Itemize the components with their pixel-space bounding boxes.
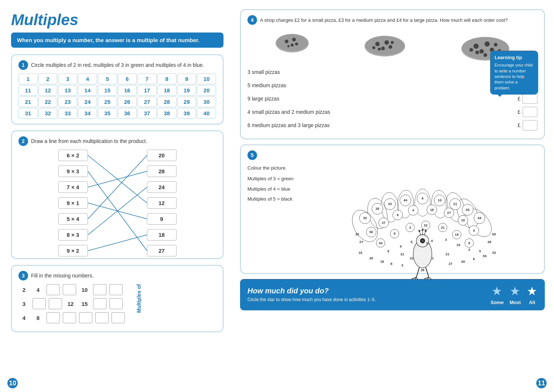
row3-box5[interactable] <box>112 312 125 323</box>
row2-box3[interactable] <box>93 298 106 309</box>
row3-box2[interactable] <box>63 312 76 323</box>
pizza-item-2: 9 large pizzas £ <box>247 93 537 104</box>
num-cell-38: 38 <box>157 108 177 119</box>
missing-row-3: 4 8 <box>18 312 125 323</box>
num-cell-39: 39 <box>177 108 196 119</box>
section-2-header: 2 Draw a line from each multiplication t… <box>18 136 216 146</box>
row2-box1[interactable] <box>33 298 46 309</box>
svg-line-5 <box>88 187 147 235</box>
svg-point-12 <box>287 45 290 47</box>
num-cell-7: 7 <box>137 74 157 84</box>
num-cell-34: 34 <box>78 108 97 119</box>
missing-rows: 2 4 10 3 12 15 4 <box>18 284 125 326</box>
svg-text:32: 32 <box>424 224 427 227</box>
num-cell-12: 12 <box>38 85 58 96</box>
num-cell-22: 22 <box>38 96 58 107</box>
section-4-instruction: A shop charges £2 for a small pizza, £3 … <box>260 17 508 23</box>
num-cell-35: 35 <box>98 108 117 119</box>
svg-line-129 <box>416 267 419 277</box>
svg-text:8: 8 <box>422 197 424 200</box>
num-cell-18: 18 <box>157 85 177 96</box>
section-1-number: 1 <box>18 60 28 70</box>
svg-text:16: 16 <box>456 243 460 247</box>
svg-text:33: 33 <box>388 202 392 206</box>
row2-box2[interactable] <box>49 298 62 309</box>
num-cell-23: 23 <box>58 96 77 107</box>
num-cell-2: 2 <box>38 74 58 84</box>
match-left-2: 7 × 4 <box>58 181 88 193</box>
answer-box-4[interactable] <box>523 120 537 130</box>
multiples-of-label: Multiples of <box>136 284 142 313</box>
svg-text:44: 44 <box>461 260 465 263</box>
svg-text:21: 21 <box>400 252 404 256</box>
num-cell-8: 8 <box>157 74 177 84</box>
star-some[interactable]: ★ Some <box>490 284 503 305</box>
svg-text:18: 18 <box>430 208 434 212</box>
pound-sign-3: £ <box>517 109 520 115</box>
answer-box-2[interactable] <box>523 93 537 104</box>
row1-box2[interactable] <box>63 284 76 295</box>
match-right-1: 28 <box>147 166 177 177</box>
row3-box1[interactable] <box>47 312 60 323</box>
star-all[interactable]: ★ All <box>527 284 537 305</box>
small-pizza-image <box>274 28 311 54</box>
star-most[interactable]: ★ Most <box>510 284 521 305</box>
svg-line-1 <box>88 171 147 251</box>
svg-text:44: 44 <box>404 198 408 202</box>
svg-line-125 <box>424 232 425 235</box>
svg-point-11 <box>291 44 294 47</box>
svg-text:28: 28 <box>421 268 424 272</box>
rating-title: How much did you do? <box>247 287 376 295</box>
num-cell-9: 9 <box>177 74 196 84</box>
match-right-4: 9 <box>147 213 177 225</box>
pizza-item-4: 6 medium pizzas and 3 large pizzas £ <box>247 120 537 130</box>
stars-row: ★ Some ★ Most ★ All <box>490 284 537 305</box>
svg-line-136 <box>429 277 432 280</box>
pound-sign-4: £ <box>517 122 520 128</box>
num-cell-15: 15 <box>98 85 117 96</box>
svg-point-18 <box>381 47 385 50</box>
section-1-box: 1 Circle multiples of 2 in red, multiple… <box>11 54 223 125</box>
section-1-instruction: Circle multiples of 2 in red, multiples … <box>31 62 204 68</box>
num-cell-6: 6 <box>118 74 137 84</box>
svg-text:27: 27 <box>359 240 363 244</box>
svg-text:8: 8 <box>390 262 392 266</box>
match-left-5: 8 × 3 <box>58 229 88 241</box>
row3-box3[interactable] <box>79 312 92 323</box>
row3-box4[interactable] <box>95 312 109 323</box>
svg-text:55: 55 <box>483 254 486 258</box>
section-4-box: 4 A shop charges £2 for a small pizza, £… <box>240 9 545 139</box>
svg-text:4: 4 <box>431 239 433 243</box>
svg-point-27 <box>479 49 484 54</box>
section-1-header: 1 Circle multiples of 2 in red, multiple… <box>18 60 216 70</box>
colour-instructions: Colour the picture. Multiples of 3 = gre… <box>247 164 310 282</box>
num-cell-32: 32 <box>38 108 58 119</box>
pizza-label-2: 9 large pizzas <box>247 96 517 102</box>
row1-box4[interactable] <box>109 284 123 295</box>
answer-box-3[interactable] <box>523 107 537 117</box>
section-5-number: 5 <box>247 150 257 160</box>
svg-point-8 <box>276 34 308 51</box>
svg-point-20 <box>389 45 392 49</box>
svg-point-9 <box>285 40 288 43</box>
svg-text:16: 16 <box>455 233 459 236</box>
section-3-instruction: Fill in the missing numbers. <box>31 273 94 279</box>
section-2-instruction: Draw a line from each multiplication to … <box>31 138 147 144</box>
svg-text:50: 50 <box>492 232 496 236</box>
pizza-label-0: 3 small pizzas <box>247 69 517 75</box>
num-cell-36: 36 <box>118 108 137 119</box>
svg-point-16 <box>375 42 380 46</box>
peacock-svg: 32 35 33 44 8 10 21 25 44 50 27 8 4 18 <box>314 164 537 282</box>
row1-box3[interactable] <box>93 284 106 295</box>
match-left-1: 9 × 3 <box>58 166 88 177</box>
svg-point-25 <box>473 44 479 49</box>
rating-text: How much did you do? Circle the star to … <box>247 287 376 303</box>
colour-legend-1: Multiples of 3 = green <box>247 174 310 183</box>
section-2-number: 2 <box>18 136 28 146</box>
star-most-label: Most <box>510 300 521 305</box>
pizza-label-3: 4 small pizzas and 2 medium pizzas <box>247 109 517 115</box>
row2-box4[interactable] <box>109 298 123 309</box>
num-cell-5: 5 <box>98 74 117 84</box>
row1-box1[interactable] <box>47 284 60 295</box>
num-cell-25: 25 <box>98 96 117 107</box>
